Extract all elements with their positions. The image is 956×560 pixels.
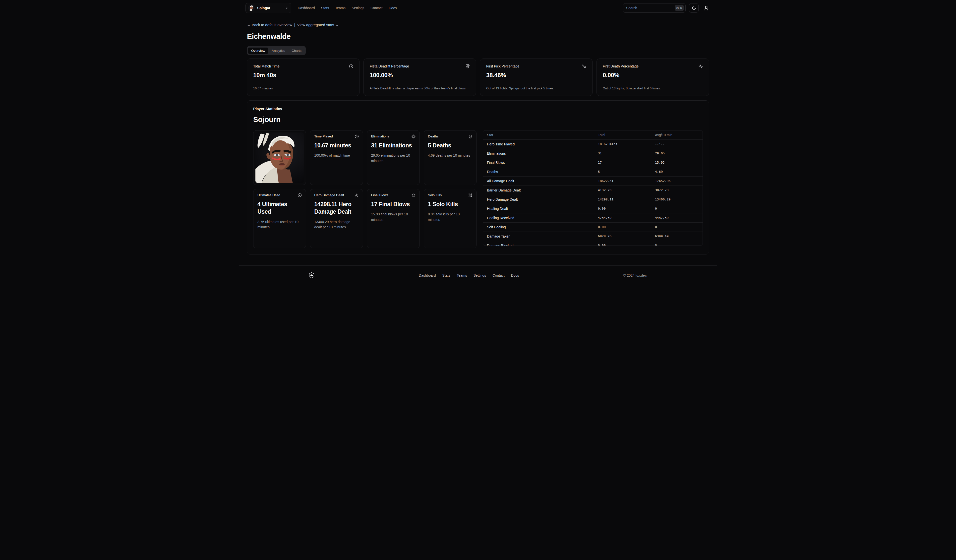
card-description: Out of 13 fights, Spingar died first 0 t…: [603, 87, 703, 91]
stat-name-cell: Hero Damage Dealt: [483, 195, 594, 204]
card-value: 38.46%: [486, 72, 586, 79]
footer-nav-link[interactable]: Docs: [511, 274, 519, 277]
search-input[interactable]: [626, 6, 675, 10]
stat-avg-cell: 6399.49: [651, 231, 703, 241]
stat-total-cell: 31: [594, 149, 651, 158]
footer-nav-link[interactable]: Stats: [442, 274, 450, 277]
card-time-played: Time Played 10.67 minutes 100.00% of mat…: [310, 130, 363, 185]
stat-name-cell: Eliminations: [483, 149, 594, 158]
flame-icon: [355, 193, 359, 197]
account-button[interactable]: [702, 3, 711, 13]
table-row: Hero Time Played 10.67 mins --:--: [483, 140, 703, 149]
stat-name-cell: Deaths: [483, 167, 594, 176]
card-value: 31 Eliminations: [371, 142, 415, 149]
card-final-blows: Final Blows 17 Final Blows 15.93 final b…: [367, 189, 420, 248]
card-description: 29.05 eliminations per 10 minutes: [371, 153, 415, 164]
lux-shield-logo: [309, 272, 314, 278]
clock-icon: [349, 64, 353, 68]
view-aggregated-stats-link[interactable]: View aggregated stats →: [297, 23, 339, 27]
player-selector[interactable]: Spingar: [245, 3, 291, 13]
stat-name-cell: Barrier Damage Dealt: [483, 186, 594, 195]
breadcrumb-separator: |: [294, 23, 295, 27]
nav-link[interactable]: Settings: [352, 6, 365, 10]
card-value: 0.00%: [603, 72, 703, 79]
theme-toggle-button[interactable]: [689, 3, 698, 13]
table-row: Healing Received 4734.69 4437.39: [483, 213, 703, 222]
moon-stars-icon: [692, 5, 697, 10]
stat-name-cell: Healing Dealt: [483, 204, 594, 213]
card-value: 100.00%: [370, 72, 470, 79]
nav-link[interactable]: Contact: [370, 6, 382, 10]
card-description: A Fleta Deadlift is when a player earns …: [370, 87, 470, 91]
table-row: All Damage Dealt 18622.31 17452.96: [483, 176, 703, 186]
card-deaths: Deaths 5 Deaths 4.69 deaths per 10 minut…: [424, 130, 476, 185]
clock-icon: [355, 134, 359, 138]
stat-total-cell: 4132.20: [594, 186, 651, 195]
footer-nav-link[interactable]: Settings: [473, 274, 486, 277]
stat-total-cell: 10.67 mins: [594, 140, 651, 149]
main-content: ← Back to default overview | View aggreg…: [247, 23, 709, 255]
topbar-right: ⌘ K: [623, 3, 711, 13]
tab-overview[interactable]: Overview: [248, 47, 268, 54]
section-title: Player Statistics: [253, 107, 703, 111]
sword-icon: [582, 64, 586, 68]
card-title: Solo Kills: [428, 193, 442, 197]
card-title: Eliminations: [371, 134, 389, 138]
nav-link[interactable]: Docs: [388, 6, 396, 10]
stat-total-cell: 17: [594, 158, 651, 167]
card-value: 17 Final Blows: [371, 200, 415, 208]
card-description: 0.94 solo kills per 10 minutes: [428, 212, 472, 222]
tab-bar: Overview Analytics Charts: [247, 46, 306, 55]
footer-nav: Dashboard Stats Teams Settings Contact D…: [419, 274, 519, 277]
card-title: Fleta Deadlift Percentage: [370, 64, 409, 68]
crown-icon: [412, 193, 415, 197]
card-solo-kills: Solo Kills 1 Solo Kills 0.94 solo kills …: [424, 189, 476, 248]
player-avatar: [248, 5, 255, 11]
card-title: Ultimates Used: [258, 193, 280, 197]
stat-avg-cell: 15.93: [651, 158, 703, 167]
stat-total-cell: 4734.69: [594, 213, 651, 222]
card-title: First Pick Percentage: [486, 64, 519, 68]
hero-stats-table[interactable]: Stat Total Avg/10 min Hero Time Played 1…: [483, 130, 703, 246]
card-hero-damage-dealt: Hero Damage Dealt 14298.11 Hero Damage D…: [310, 189, 363, 248]
page-title: Eichenwalde: [247, 32, 709, 41]
tab-charts[interactable]: Charts: [288, 47, 305, 54]
table-row: Healing Dealt 0.00 0: [483, 204, 703, 213]
table-header-row: Stat Total Avg/10 min: [483, 131, 703, 140]
stat-avg-cell: 4.69: [651, 167, 703, 176]
copyright: © 2024 lux.dev.: [623, 274, 647, 277]
card-title: First Death Percentage: [603, 64, 638, 68]
hero-portrait-card: [253, 130, 306, 185]
stat-total-cell: 6828.26: [594, 231, 651, 241]
activity-icon: [698, 64, 703, 68]
stat-total-cell: 18622.31: [594, 176, 651, 186]
stat-avg-cell: 29.05: [651, 149, 703, 158]
card-value: 10m 40s: [253, 72, 353, 79]
summary-cards: Total Match Time 10m 40s 10.67 minutes F…: [247, 58, 709, 96]
card-ultimates-used: Ultimates Used 4 Ultimates Used 3.75 ult…: [253, 189, 306, 248]
footer-nav-link[interactable]: Contact: [492, 274, 505, 277]
card-description: 4.69 deaths per 10 minutes: [428, 153, 472, 158]
card-value: 4 Ultimates Used: [258, 200, 302, 216]
nav-link[interactable]: Teams: [335, 6, 345, 10]
nav-link[interactable]: Stats: [321, 6, 329, 10]
column-header-avg: Avg/10 min: [651, 131, 703, 140]
stat-name-cell: Self Healing: [483, 222, 594, 231]
chevrons-up-down-icon: [285, 6, 289, 10]
nav-link[interactable]: Dashboard: [298, 6, 315, 10]
stat-name-cell: Hero Time Played: [483, 140, 594, 149]
stat-avg-cell: 0: [651, 222, 703, 231]
footer-nav-link[interactable]: Teams: [457, 274, 467, 277]
stat-avg-cell: 3872.73: [651, 186, 703, 195]
card-value: 14298.11 Hero Damage Dealt: [314, 200, 358, 216]
tab-analytics[interactable]: Analytics: [268, 47, 288, 54]
back-to-overview-link[interactable]: ← Back to default overview: [247, 23, 292, 27]
table-row: Deaths 5 4.69: [483, 167, 703, 176]
table-row: Final Blows 17 15.93: [483, 158, 703, 167]
card-fleta-deadlift: Fleta Deadlift Percentage 100.00% A Flet…: [363, 58, 476, 96]
card-title: Hero Damage Dealt: [314, 193, 344, 197]
card-description: 13400.29 hero damage dealt per 10 minute…: [314, 219, 358, 230]
footer-nav-link[interactable]: Dashboard: [419, 274, 436, 277]
hero-name: Sojourn: [253, 115, 703, 124]
main-nav: Dashboard Stats Teams Settings Contact D…: [298, 6, 396, 10]
